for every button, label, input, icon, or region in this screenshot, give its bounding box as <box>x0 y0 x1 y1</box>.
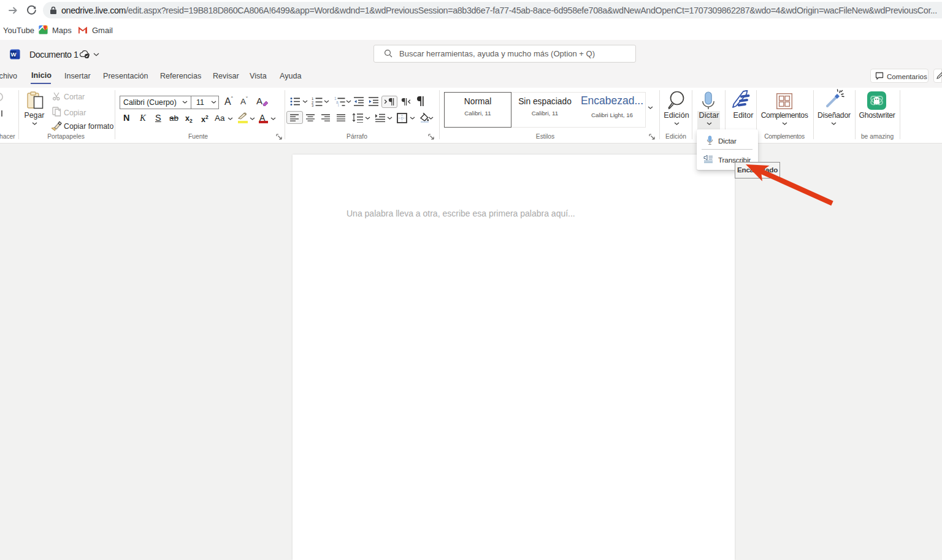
svg-text:3: 3 <box>312 104 314 107</box>
svg-text:i: i <box>338 103 339 107</box>
svg-text:W: W <box>11 51 17 58</box>
